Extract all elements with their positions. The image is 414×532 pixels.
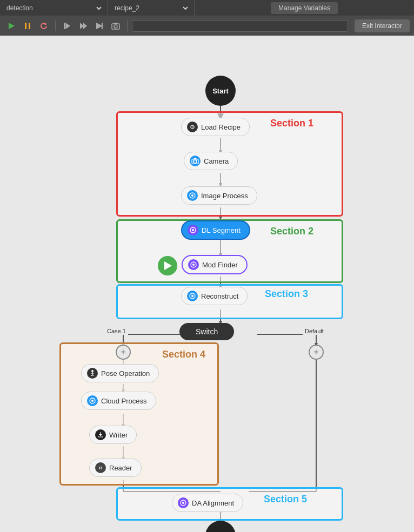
reader-label: Reader <box>109 464 132 472</box>
writer-icon <box>95 429 106 440</box>
svg-marker-6 <box>83 23 87 29</box>
start-label: Start <box>212 87 229 95</box>
manage-variables-button[interactable]: Manage Variables <box>271 2 338 14</box>
pose-operation-node[interactable]: Pose Operation <box>81 364 159 382</box>
manage-variables-container: Manage Variables <box>195 0 414 16</box>
screenshot-button[interactable] <box>109 20 123 32</box>
end-node[interactable]: End <box>205 521 236 532</box>
default-label: Default <box>303 327 326 335</box>
svg-marker-0 <box>9 23 15 29</box>
svg-marker-57 <box>99 434 102 436</box>
recipe-dropdown[interactable]: recipe_2 <box>112 4 190 12</box>
dl-segment-node[interactable]: DL Segment <box>181 220 250 240</box>
load-recipe-label: Load Recipe <box>201 123 241 131</box>
pose-operation-label: Pose Operation <box>101 369 150 378</box>
recipe-dropdown-container: recipe_2 <box>108 0 195 16</box>
pose-operation-icon <box>87 368 98 379</box>
svg-rect-1 <box>25 23 26 29</box>
reconstruct-label: Reconstruct <box>201 292 238 300</box>
section-4-label: Section 4 <box>162 349 205 360</box>
svg-rect-8 <box>102 23 103 29</box>
svg-marker-5 <box>80 23 84 29</box>
svg-point-54 <box>91 370 94 372</box>
dl-segment-icon <box>188 225 198 235</box>
section-5-label: Section 5 <box>264 494 307 505</box>
image-process-node[interactable]: Image Process <box>181 186 257 205</box>
image-process-icon <box>187 190 198 201</box>
svg-rect-3 <box>64 23 65 29</box>
da-alignment-label: DA Alignment <box>192 499 234 507</box>
camera-node[interactable]: Camera <box>184 152 238 170</box>
svg-point-51 <box>192 264 195 266</box>
svg-point-59 <box>182 502 184 504</box>
svg-rect-2 <box>29 23 30 29</box>
svg-rect-11 <box>114 23 117 24</box>
mod-finder-node[interactable]: Mod Finder <box>182 255 248 274</box>
reconstruct-node[interactable]: Reconstruct <box>181 287 248 305</box>
camera-icon <box>190 156 201 166</box>
case1-label: Case 1 <box>105 327 128 335</box>
top-bar: detection recipe_2 Manage Variables <box>0 0 414 16</box>
svg-point-10 <box>114 25 117 28</box>
writer-node[interactable]: Writer <box>89 426 137 444</box>
da-alignment-node[interactable]: DA Alignment <box>172 494 243 512</box>
skip-forward-button[interactable] <box>76 20 90 32</box>
switch-node[interactable]: Switch <box>179 323 234 340</box>
start-node[interactable]: Start <box>205 76 236 106</box>
stop-button[interactable] <box>92 20 106 32</box>
section-2-label: Section 2 <box>270 226 313 237</box>
reader-node[interactable]: R Reader <box>89 459 142 477</box>
cloud-process-icon <box>87 395 98 406</box>
detection-dropdown[interactable]: detection <box>4 4 103 12</box>
play-button[interactable] <box>4 20 18 32</box>
mod-finder-label: Mod Finder <box>202 261 238 269</box>
play-arrow-icon <box>164 261 172 270</box>
load-recipe-node[interactable]: ⚙ Load Recipe <box>181 118 250 136</box>
exit-interactor-button[interactable]: Exit Interactor <box>355 19 410 32</box>
camera-label: Camera <box>204 157 229 165</box>
section-3-label: Section 3 <box>265 288 308 300</box>
search-input[interactable] <box>132 20 348 32</box>
switch-label: Switch <box>196 327 218 336</box>
cloud-process-node[interactable]: Cloud Process <box>81 392 156 410</box>
toolbar-separator-2 <box>127 21 128 31</box>
svg-point-47 <box>191 194 193 197</box>
play-mod-finder-button[interactable] <box>158 256 177 275</box>
cloud-process-label: Cloud Process <box>101 397 147 405</box>
svg-marker-4 <box>65 23 70 29</box>
da-alignment-icon <box>178 497 189 508</box>
plus-circle-left[interactable]: + <box>116 345 131 360</box>
detection-dropdown-container: detection <box>0 0 108 16</box>
skip-start-button[interactable] <box>60 20 74 32</box>
flow-canvas: Section 1 Section 2 Section 3 Section 4 … <box>0 36 414 532</box>
refresh-button[interactable] <box>37 20 51 32</box>
load-recipe-icon: ⚙ <box>187 122 198 132</box>
svg-point-53 <box>191 295 193 297</box>
toolbar-separator-1 <box>55 21 56 31</box>
svg-point-49 <box>192 229 194 231</box>
image-process-label: Image Process <box>201 192 248 200</box>
dl-segment-label: DL Segment <box>202 226 241 234</box>
reconstruct-icon <box>187 291 198 301</box>
writer-label: Writer <box>109 431 128 439</box>
toolbar: Exit Interactor <box>0 16 414 36</box>
svg-point-56 <box>91 400 94 402</box>
svg-point-44 <box>193 160 197 163</box>
reader-icon: R <box>95 462 106 473</box>
mod-finder-icon <box>188 259 199 270</box>
plus-circle-right[interactable]: + <box>309 345 324 360</box>
pause-button[interactable] <box>21 20 35 32</box>
section-1-label: Section 1 <box>270 118 313 129</box>
